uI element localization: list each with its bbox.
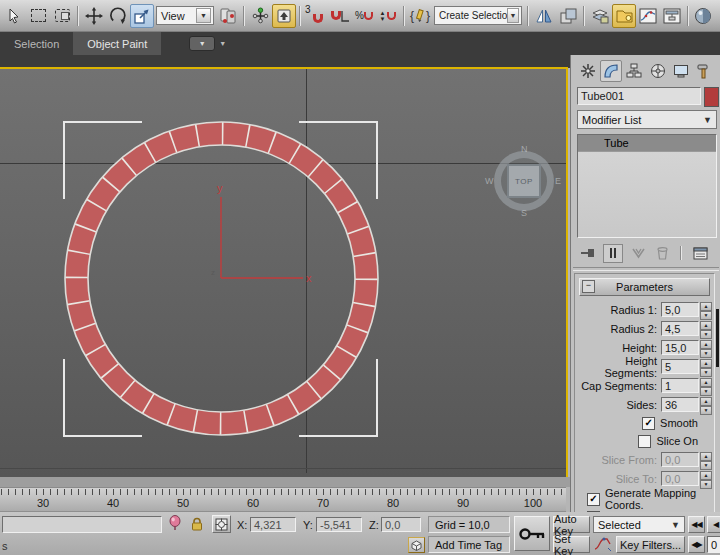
snap-toggle-3d-button[interactable]: 3 xyxy=(304,4,328,28)
time-tag-cube-button[interactable] xyxy=(408,537,425,553)
ribbon-tab-object-paint[interactable]: Object Paint xyxy=(73,32,161,55)
object-color-swatch[interactable] xyxy=(704,87,719,107)
ribbon-tab-selection[interactable]: Selection xyxy=(0,32,73,55)
rectangular-selection-region-button[interactable] xyxy=(26,4,50,28)
tab-create[interactable] xyxy=(577,60,599,82)
align-button[interactable] xyxy=(556,4,580,28)
cap-segments-field[interactable]: 1 xyxy=(661,378,699,393)
slice-on-checkbox[interactable] xyxy=(638,435,651,448)
timeline-track-bar[interactable]: 30 40 50 60 70 80 90 100 xyxy=(0,487,566,512)
pin-stack-button[interactable] xyxy=(579,245,597,262)
height-segments-field[interactable]: 5 xyxy=(661,359,699,374)
set-keys-button[interactable] xyxy=(514,516,550,551)
select-and-move-button[interactable] xyxy=(82,4,106,28)
radius2-spinner[interactable]: ▲▼ xyxy=(700,321,712,336)
tab-display[interactable] xyxy=(670,60,692,82)
spinner-down-icon[interactable]: ▼ xyxy=(700,406,712,415)
spinner-up-icon[interactable]: ▲ xyxy=(700,397,712,406)
tab-motion[interactable] xyxy=(647,60,669,82)
ribbon-tab-label: Selection xyxy=(14,38,59,50)
viewcube-top-face[interactable]: TOP xyxy=(507,164,541,198)
tab-utilities[interactable] xyxy=(693,60,715,82)
spinner-down-icon[interactable]: ▼ xyxy=(700,311,712,320)
rollout-scrollbar[interactable] xyxy=(716,309,719,367)
selection-lock-icon[interactable] xyxy=(190,517,204,534)
parameters-rollout-header[interactable]: − Parameters xyxy=(579,278,710,296)
previous-frame-button[interactable]: ◀ xyxy=(707,516,720,533)
stack-item-tube[interactable]: Tube xyxy=(578,135,716,152)
edit-named-selection-sets-button[interactable]: { } xyxy=(408,4,432,28)
height-spinner[interactable]: ▲▼ xyxy=(700,340,712,355)
schematic-view-button[interactable] xyxy=(660,4,684,28)
select-and-scale-button[interactable] xyxy=(130,4,154,28)
cap-segments-spinner[interactable]: ▲▼ xyxy=(700,378,712,393)
material-editor-button[interactable] xyxy=(692,4,714,28)
angle-snap-toggle-button[interactable] xyxy=(328,4,352,28)
manage-layers-button[interactable] xyxy=(588,4,612,28)
spinner-down-icon[interactable]: ▼ xyxy=(700,349,712,358)
reference-coordinate-system-dropdown[interactable]: View ▼ xyxy=(156,6,214,25)
current-frame-field[interactable]: 0 xyxy=(707,536,720,553)
radius2-field[interactable]: 4,5 xyxy=(661,321,699,336)
key-filters-button[interactable]: Key Filters... xyxy=(616,536,685,553)
use-pivot-point-center-button[interactable] xyxy=(216,4,240,28)
show-end-result-button[interactable] xyxy=(603,244,623,263)
sides-spinner[interactable]: ▲▼ xyxy=(700,397,712,412)
spinner-up-icon[interactable]: ▲ xyxy=(700,321,712,330)
create-icon xyxy=(580,63,596,79)
window-crossing-toggle-button[interactable] xyxy=(50,4,74,28)
modify-icon xyxy=(603,63,619,79)
toolbar-separator xyxy=(243,6,245,26)
graphite-modeling-tools-toggle[interactable] xyxy=(612,4,636,28)
height-field[interactable]: 15,0 xyxy=(661,340,699,355)
spinner-up-icon[interactable]: ▲ xyxy=(700,302,712,311)
tab-hierarchy[interactable] xyxy=(623,60,645,82)
absolute-offset-mode-toggle[interactable] xyxy=(212,515,231,533)
sides-field[interactable]: 36 xyxy=(661,397,699,412)
spinner-down-icon[interactable]: ▼ xyxy=(700,330,712,339)
viewport-top[interactable]: y x z (function(){ const d=JSON.parse(do… xyxy=(0,67,568,479)
previous-key-button[interactable]: ◀▶ xyxy=(688,536,705,553)
configure-modifier-sets-button[interactable] xyxy=(691,245,709,262)
smooth-checkbox[interactable]: ✓ xyxy=(642,417,655,430)
spinner-snap-toggle-button[interactable]: ▲▼ xyxy=(376,4,400,28)
object-name-field[interactable]: Tube001 xyxy=(577,87,701,105)
modifier-list-dropdown[interactable]: Modifier List ▼ xyxy=(577,110,717,129)
status-prompt-field[interactable] xyxy=(2,516,162,533)
curve-editor-button[interactable] xyxy=(636,4,660,28)
z-coord-field[interactable]: 0,0 xyxy=(381,517,421,532)
spinner-up-icon[interactable]: ▲ xyxy=(700,378,712,387)
default-tangent-button[interactable] xyxy=(594,536,612,554)
spinner-down-icon[interactable]: ▼ xyxy=(700,387,712,396)
select-object-icon[interactable] xyxy=(2,4,26,28)
spinner-down-icon[interactable]: ▼ xyxy=(700,368,712,377)
mirror-button[interactable] xyxy=(532,4,556,28)
named-selection-sets-dropdown[interactable]: Create Selection Se ▼ xyxy=(434,6,522,25)
spinner-up-icon[interactable]: ▲ xyxy=(700,340,712,349)
make-unique-button[interactable] xyxy=(629,245,647,262)
y-coord-field[interactable]: -5,541 xyxy=(316,517,362,532)
go-to-start-button[interactable]: ◀◀ xyxy=(688,516,705,533)
spinner-up-icon[interactable]: ▲ xyxy=(700,359,712,368)
ribbon-flyout-arrow-icon[interactable]: ▼ xyxy=(219,40,226,47)
select-and-manipulate-button[interactable] xyxy=(248,4,272,28)
radius1-field[interactable]: 5,0 xyxy=(661,302,699,317)
tab-modify[interactable] xyxy=(600,60,622,82)
timeline-frame-label: 40 xyxy=(107,497,119,509)
viewcube[interactable]: TOP N S W E xyxy=(494,151,554,211)
percent-snap-toggle-button[interactable]: % xyxy=(352,4,376,28)
selected-dropdown[interactable]: Selected▼ xyxy=(593,516,685,533)
isolate-selection-icon[interactable] xyxy=(168,515,182,535)
x-coord-field[interactable]: 4,321 xyxy=(250,517,296,532)
add-time-tag[interactable]: Add Time Tag xyxy=(428,536,510,553)
select-and-rotate-button[interactable] xyxy=(106,4,130,28)
radius1-spinner[interactable]: ▲▼ xyxy=(700,302,712,317)
generate-mapping-checkbox[interactable]: ✓ xyxy=(587,493,600,506)
set-key-button[interactable]: Set Key xyxy=(553,536,590,553)
height-segments-spinner[interactable]: ▲▼ xyxy=(700,359,712,374)
x-coord-label: X: xyxy=(237,519,247,531)
ribbon-minimize-button[interactable]: ▼ xyxy=(189,36,215,51)
keyboard-shortcut-override-toggle[interactable] xyxy=(272,4,296,28)
auto-key-button[interactable]: Auto Key xyxy=(553,516,590,533)
remove-modifier-button[interactable] xyxy=(653,245,671,262)
